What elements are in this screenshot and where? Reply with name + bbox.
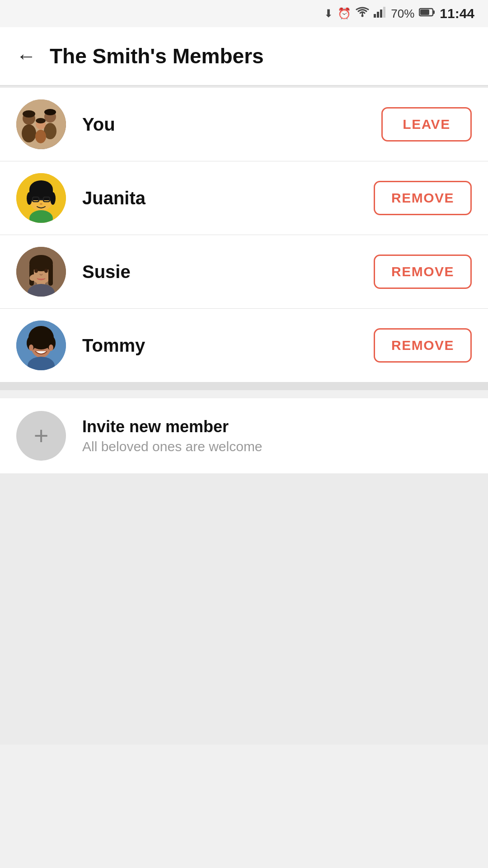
member-list: You LEAVE: [0, 88, 488, 382]
wifi-icon: [356, 7, 369, 20]
svg-point-49: [43, 344, 47, 348]
member-name-susie: Susie: [82, 262, 374, 282]
back-button[interactable]: ←: [16, 46, 36, 66]
plus-icon: +: [34, 423, 49, 448]
alarm-icon: ⏰: [338, 7, 351, 20]
invite-title: Invite new member: [82, 417, 263, 436]
svg-point-37: [44, 269, 48, 273]
avatar-tommy: [16, 321, 66, 370]
svg-rect-6: [433, 10, 435, 14]
member-item-juanita: Juanita REMOVE: [0, 161, 488, 235]
svg-point-23: [50, 192, 56, 205]
svg-point-22: [27, 192, 32, 205]
member-item-tommy: Tommy REMOVE: [0, 309, 488, 382]
svg-rect-1: [374, 14, 376, 18]
avatar-juanita: [16, 173, 66, 223]
svg-rect-3: [380, 9, 382, 18]
svg-point-15: [23, 110, 35, 118]
svg-point-0: [361, 15, 364, 17]
battery-download-icon: ⬇: [324, 7, 333, 20]
member-name-juanita: Juanita: [82, 188, 374, 208]
status-time: 11:44: [440, 6, 474, 21]
status-bar: ⬇ ⏰ 70%: [0, 0, 488, 27]
invite-avatar[interactable]: +: [16, 411, 66, 461]
member-item-susie: Susie REMOVE: [0, 235, 488, 309]
svg-point-48: [35, 344, 39, 348]
svg-point-10: [22, 124, 36, 142]
member-item-you: You LEAVE: [0, 88, 488, 161]
bottom-area: [0, 473, 488, 745]
battery-icon: [419, 7, 435, 20]
remove-button-tommy[interactable]: REMOVE: [374, 328, 472, 363]
invite-text: Invite new member All beloved ones are w…: [82, 417, 263, 454]
svg-point-27: [40, 203, 42, 205]
svg-rect-2: [377, 12, 379, 18]
status-icons: ⬇ ⏰ 70%: [324, 6, 474, 21]
member-name-you: You: [82, 114, 381, 135]
invite-section[interactable]: + Invite new member All beloved ones are…: [0, 398, 488, 473]
svg-rect-4: [383, 7, 385, 18]
header: ← The Smith's Members: [0, 27, 488, 86]
leave-button[interactable]: LEAVE: [381, 107, 472, 142]
battery-percent-label: 70%: [391, 7, 414, 21]
svg-point-46: [29, 344, 33, 351]
svg-point-14: [35, 130, 46, 143]
svg-point-47: [49, 344, 53, 351]
remove-button-juanita[interactable]: REMOVE: [374, 181, 472, 215]
svg-rect-35: [48, 263, 53, 286]
remove-button-susie[interactable]: REMOVE: [374, 255, 472, 289]
svg-point-17: [36, 118, 46, 123]
svg-point-36: [34, 269, 38, 273]
svg-point-16: [44, 109, 56, 115]
section-separator: [0, 382, 488, 390]
page-title: The Smith's Members: [50, 44, 264, 68]
member-name-tommy: Tommy: [82, 335, 374, 356]
svg-rect-7: [420, 9, 429, 15]
signal-icon: [374, 7, 386, 20]
avatar-you: [16, 99, 66, 149]
invite-subtitle: All beloved ones are welcome: [82, 439, 263, 454]
avatar-susie: [16, 247, 66, 297]
